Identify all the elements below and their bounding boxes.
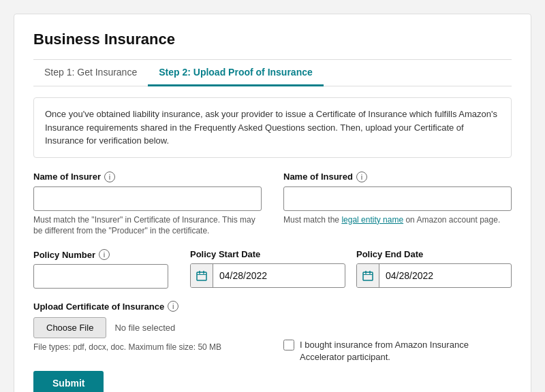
page-card: Business Insurance Step 1: Get Insurance… bbox=[14, 14, 531, 392]
no-file-text: No file selected bbox=[114, 323, 175, 333]
info-box-text: Once you've obtained liability insurance… bbox=[45, 109, 497, 146]
policy-number-info-icon[interactable]: i bbox=[99, 249, 110, 260]
insurer-hint: Must match the "Insurer" in Certificate … bbox=[33, 214, 262, 238]
policy-start-date-input[interactable] bbox=[213, 265, 345, 286]
policy-row: Policy Number i Policy Start Date bbox=[33, 249, 512, 289]
name-of-insured-label: Name of Insured i bbox=[283, 172, 512, 182]
page-title: Business Insurance bbox=[33, 31, 512, 48]
upload-section: Upload Certificate of Insurance i Choose… bbox=[33, 301, 262, 352]
insurer-insured-row: Name of Insurer i Must match the "Insure… bbox=[33, 172, 512, 238]
calendar-icon bbox=[196, 270, 207, 281]
tab-upload-proof[interactable]: Step 2: Upload Proof of Insurance bbox=[148, 60, 324, 86]
policy-end-date-calendar-btn[interactable] bbox=[357, 264, 379, 287]
file-row: Choose File No file selected bbox=[33, 317, 262, 338]
upload-info-icon[interactable]: i bbox=[168, 301, 178, 312]
policy-start-date-calendar-btn[interactable] bbox=[191, 264, 213, 287]
svg-rect-0 bbox=[197, 272, 206, 280]
submit-button[interactable]: Submit bbox=[33, 371, 104, 392]
calendar-icon-2 bbox=[362, 270, 373, 281]
policy-number-input[interactable] bbox=[33, 264, 168, 289]
policy-end-date-wrapper bbox=[356, 263, 512, 288]
policy-end-date-group: Policy End Date bbox=[356, 249, 512, 288]
policy-start-date-wrapper bbox=[190, 263, 345, 288]
accelerator-checkbox-row: I bought insurance from Amazon Insurance… bbox=[283, 333, 512, 363]
insured-info-icon[interactable]: i bbox=[356, 172, 367, 182]
name-of-insurer-group: Name of Insurer i Must match the "Insure… bbox=[33, 172, 262, 238]
policy-number-label: Policy Number i bbox=[33, 249, 168, 260]
policy-start-date-group: Policy Start Date bbox=[190, 249, 345, 288]
legal-entity-link[interactable]: legal entity name bbox=[341, 215, 403, 225]
file-types-text: File types: pdf, docx, doc. Maximum file… bbox=[33, 342, 262, 352]
name-of-insurer-input[interactable] bbox=[33, 186, 262, 211]
bottom-row: Upload Certificate of Insurance i Choose… bbox=[33, 301, 512, 392]
info-box: Once you've obtained liability insurance… bbox=[33, 97, 512, 158]
tabs-container: Step 1: Get Insurance Step 2: Upload Pro… bbox=[33, 60, 512, 86]
policy-start-date-label: Policy Start Date bbox=[190, 249, 345, 259]
checkbox-col: I bought insurance from Amazon Insurance… bbox=[283, 301, 512, 363]
name-of-insured-input[interactable] bbox=[283, 186, 512, 211]
insured-hint: Must match the legal entity name on Amaz… bbox=[283, 214, 512, 226]
policy-end-date-label: Policy End Date bbox=[356, 249, 512, 259]
name-of-insured-group: Name of Insured i Must match the legal e… bbox=[283, 172, 512, 238]
svg-rect-4 bbox=[363, 272, 373, 280]
accelerator-checkbox-label: I bought insurance from Amazon Insurance… bbox=[300, 339, 512, 363]
policy-number-group: Policy Number i bbox=[33, 249, 168, 289]
upload-col: Upload Certificate of Insurance i Choose… bbox=[33, 301, 262, 392]
name-of-insurer-label: Name of Insurer i bbox=[33, 172, 262, 182]
tab-get-insurance[interactable]: Step 1: Get Insurance bbox=[33, 60, 148, 86]
dates-section: Policy Start Date bbox=[190, 249, 512, 289]
dates-row: Policy Start Date bbox=[190, 249, 512, 288]
accelerator-checkbox[interactable] bbox=[283, 340, 294, 350]
insurer-info-icon[interactable]: i bbox=[104, 172, 115, 182]
upload-label: Upload Certificate of Insurance i bbox=[33, 301, 262, 312]
policy-end-date-input[interactable] bbox=[379, 265, 511, 286]
choose-file-button[interactable]: Choose File bbox=[33, 317, 106, 338]
